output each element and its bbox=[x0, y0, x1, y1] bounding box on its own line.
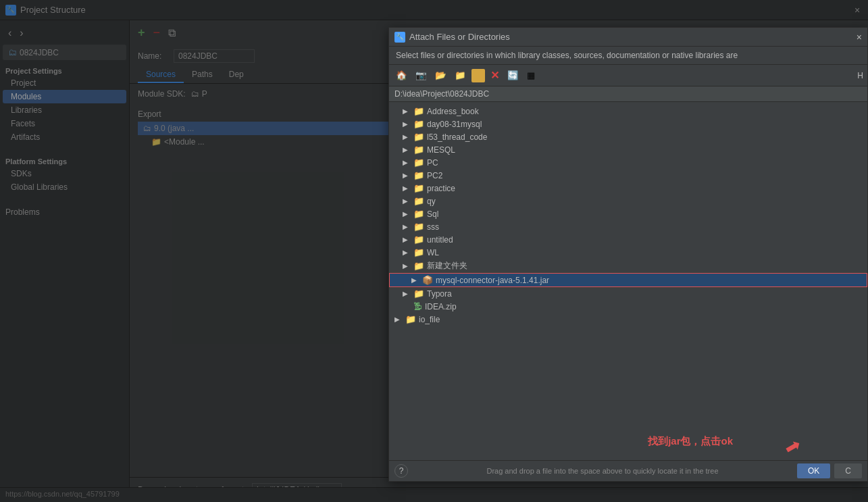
folder-icon-item: 📁 bbox=[413, 106, 424, 116]
file-tree[interactable]: ▶ 📁 Address_book ▶ 📁 day08-31mysql ▶ 📁 l… bbox=[389, 102, 867, 460]
tree-item-mysql-jar[interactable]: ▶ 📦 mysql-connector-java-5.1.41.jar bbox=[389, 273, 867, 287]
tree-item-label: Sql bbox=[427, 209, 438, 219]
tree-item-qy[interactable]: ▶ 📁 qy bbox=[389, 195, 867, 207]
folder-icon-item: 📁 bbox=[405, 314, 416, 324]
tree-item-pc[interactable]: ▶ 📁 PC bbox=[389, 156, 867, 169]
dialog-toolbar: 🏠 📷 📂 📁 ✕ 🔄 ▦ H bbox=[389, 65, 867, 86]
refresh-icon: 🔄 bbox=[507, 70, 519, 80]
expand-arrow: ▶ bbox=[403, 262, 411, 270]
tree-item-label: io_file bbox=[419, 315, 440, 324]
tree-item-mesql[interactable]: ▶ 📁 MESQL bbox=[389, 143, 867, 156]
path-bar: D:\idea\Project\0824JDBC bbox=[389, 86, 867, 102]
expand-arrow: ▶ bbox=[403, 210, 411, 218]
expand-arrow: ▶ bbox=[403, 184, 411, 192]
dialog-close-button[interactable]: × bbox=[857, 32, 862, 43]
folder-icon-item: 📁 bbox=[413, 247, 424, 257]
dialog-description: Select files or directories in which lib… bbox=[389, 47, 867, 65]
annotation-text: 找到jar包，点击ok bbox=[648, 435, 733, 448]
tree-item-label: qy bbox=[427, 197, 436, 206]
expand-arrow: ▶ bbox=[403, 249, 411, 256]
tree-item-l53[interactable]: ▶ 📁 l53_thread_code bbox=[389, 130, 867, 143]
tree-item-label: day08-31mysql bbox=[427, 120, 482, 129]
grid-button[interactable]: ▦ bbox=[524, 69, 538, 82]
ok-button[interactable]: OK bbox=[797, 463, 830, 478]
cancel-button[interactable]: C bbox=[834, 463, 862, 478]
folder-icon-item: 📁 bbox=[413, 132, 424, 142]
open-folder-button[interactable]: 📂 bbox=[432, 69, 449, 82]
folder-icon-dlg: 📁 bbox=[455, 70, 466, 80]
tree-item-label: Typora bbox=[427, 289, 452, 299]
tree-item-sql[interactable]: ▶ 📁 Sql bbox=[389, 207, 867, 220]
attach-files-dialog: 🔧 Attach Files or Directories × Select f… bbox=[388, 27, 868, 482]
folder-icon-item: 📁 bbox=[413, 234, 424, 245]
dialog-title: Attach Files or Directories bbox=[409, 32, 857, 42]
folder-button[interactable]: 📁 bbox=[452, 69, 469, 82]
tree-item-idea-zip[interactable]: 🗜 IDEA.zip bbox=[389, 300, 867, 313]
tree-item-typora[interactable]: ▶ 📁 Typora bbox=[389, 287, 867, 300]
tree-item-untitled[interactable]: ▶ 📁 untitled bbox=[389, 233, 867, 246]
tree-item-label: Address_book bbox=[427, 107, 479, 116]
expand-arrow: ▶ bbox=[411, 276, 419, 284]
tree-item-label: 新建文件夹 bbox=[427, 260, 467, 272]
expand-arrow: ▶ bbox=[403, 107, 411, 115]
square-button[interactable] bbox=[471, 69, 485, 82]
tree-item-day08[interactable]: ▶ 📁 day08-31mysql bbox=[389, 118, 867, 130]
tree-item-address-book[interactable]: ▶ 📁 Address_book bbox=[389, 105, 867, 118]
expand-arrow: ▶ bbox=[403, 290, 411, 297]
folder-icon-item: 📁 bbox=[413, 119, 424, 129]
home-icon: 🏠 bbox=[396, 70, 407, 80]
folder-icon-item: 📁 bbox=[413, 157, 424, 168]
folder-icon-item: 📁 bbox=[413, 261, 424, 271]
dialog-footer: ? Drag and drop a file into the space ab… bbox=[389, 460, 867, 481]
tree-item-sss[interactable]: ▶ 📁 sss bbox=[389, 220, 867, 233]
expand-arrow: ▶ bbox=[403, 172, 411, 179]
expand-arrow: ▶ bbox=[403, 223, 411, 230]
tree-item-label: PC2 bbox=[427, 171, 442, 180]
tree-item-label: sss bbox=[427, 222, 439, 232]
folder-icon-item: 📁 bbox=[413, 196, 424, 206]
expand-arrow: ▶ bbox=[403, 120, 411, 128]
delete-button[interactable]: ✕ bbox=[488, 68, 502, 83]
drag-hint: Drag and drop a file into the space abov… bbox=[412, 467, 793, 475]
tree-item-new-folder[interactable]: ▶ 📁 新建文件夹 bbox=[389, 259, 867, 273]
expand-arrow: ▶ bbox=[403, 197, 411, 205]
tree-item-label: IDEA.zip bbox=[425, 302, 457, 311]
tree-item-practice[interactable]: ▶ 📁 practice bbox=[389, 182, 867, 195]
folder-icon-item: 📁 bbox=[413, 183, 424, 193]
expand-arrow: ▶ bbox=[403, 236, 411, 243]
expand-arrow: ▶ bbox=[403, 146, 411, 153]
zip-icon: 🗜 bbox=[413, 301, 422, 311]
dialog-title-bar: 🔧 Attach Files or Directories × bbox=[389, 28, 867, 47]
tree-item-io-file[interactable]: ▶ 📁 io_file bbox=[389, 313, 867, 326]
expand-arrow: ▶ bbox=[403, 133, 411, 141]
screenshot-button[interactable]: 📷 bbox=[413, 69, 430, 82]
tree-item-label: l53_thread_code bbox=[427, 132, 487, 142]
tree-item-label: untitled bbox=[427, 235, 453, 245]
tree-item-label: practice bbox=[427, 184, 455, 193]
help-button[interactable]: ? bbox=[394, 464, 408, 478]
tree-item-label: PC bbox=[427, 158, 438, 168]
refresh-button[interactable]: 🔄 bbox=[505, 69, 521, 82]
folder-icon-item: 📁 bbox=[413, 145, 424, 155]
home-button[interactable]: 🏠 bbox=[393, 69, 410, 82]
project-structure-window: 🔧 Project Structure × ‹ › 🗂 0824JDBC Pro… bbox=[0, 0, 868, 502]
tree-item-label: mysql-connector-java-5.1.41.jar bbox=[436, 276, 549, 285]
right-label: H bbox=[857, 71, 863, 80]
tree-item-wl[interactable]: ▶ 📁 WL bbox=[389, 246, 867, 259]
jar-icon: 📦 bbox=[422, 275, 433, 285]
tree-item-pc2[interactable]: ▶ 📁 PC2 bbox=[389, 169, 867, 182]
tree-item-label: WL bbox=[427, 248, 439, 257]
dialog-icon: 🔧 bbox=[394, 32, 405, 43]
photo-icon: 📷 bbox=[415, 70, 427, 80]
open-folder-icon: 📂 bbox=[435, 70, 446, 80]
grid-icon: ▦ bbox=[527, 70, 535, 80]
folder-icon-item: 📁 bbox=[413, 170, 424, 180]
folder-icon-item: 📁 bbox=[413, 209, 424, 219]
folder-icon-item: 📁 bbox=[413, 222, 424, 232]
folder-icon-item: 📁 bbox=[413, 288, 424, 299]
tree-item-label: MESQL bbox=[427, 145, 455, 155]
expand-arrow: ▶ bbox=[403, 159, 411, 166]
expand-arrow: ▶ bbox=[394, 316, 403, 323]
